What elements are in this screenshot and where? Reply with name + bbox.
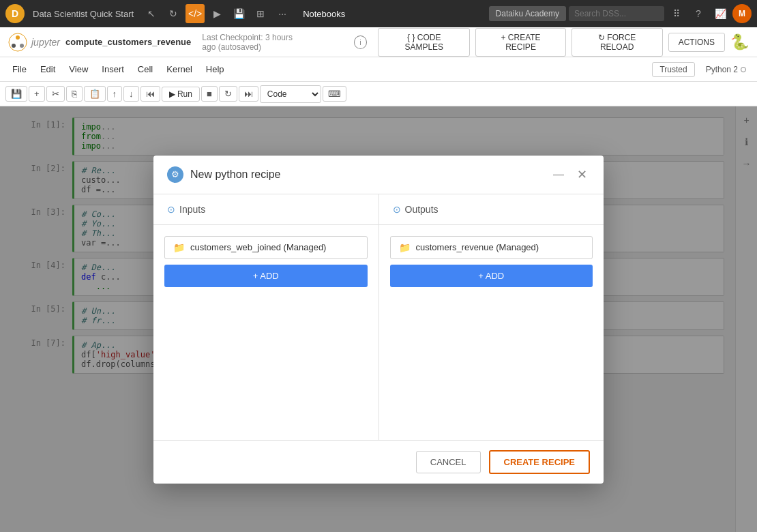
apps-icon[interactable]: ⠿ — [667, 4, 686, 23]
new-recipe-modal: ⚙ New python recipe — ✕ ⊙ Inputs 📁 custo… — [153, 156, 604, 484]
inputs-arrow-icon: ⊙ — [167, 204, 175, 215]
jupyter-svg — [8, 33, 27, 52]
output-dataset-item[interactable]: 📁 customers_revenue (Managed) — [390, 236, 593, 259]
user-avatar[interactable]: M — [732, 4, 752, 23]
app-logo: D — [5, 4, 25, 23]
second-toolbar: jupyter compute_customers_revenue Last C… — [0, 27, 757, 57]
cut-btn[interactable]: ✂ — [46, 86, 65, 102]
python-logo: 🐍 — [730, 33, 749, 51]
modal-footer: CANCEL CREATE RECIPE — [153, 440, 604, 484]
help-icon[interactable]: ? — [689, 4, 708, 23]
outputs-label: Outputs — [405, 204, 439, 215]
menu-kernel[interactable]: Kernel — [165, 61, 194, 77]
save-icon[interactable]: 💾 — [229, 4, 248, 23]
create-recipe-button[interactable]: + CREATE RECIPE — [475, 28, 565, 57]
menu-file[interactable]: File — [11, 61, 28, 77]
cell-type-select[interactable]: Code Markdown Raw — [260, 85, 321, 103]
trusted-button[interactable]: Trusted — [652, 62, 694, 77]
svg-point-1 — [16, 35, 20, 40]
move-down-btn[interactable]: ↓ — [123, 86, 139, 102]
active-tab: Notebooks — [295, 9, 353, 19]
kernel-info: Python 2 — [706, 65, 746, 74]
add-output-btn[interactable]: + ADD — [390, 265, 593, 287]
play-icon[interactable]: ▶ — [207, 4, 226, 23]
menu-cell[interactable]: Cell — [136, 61, 154, 77]
inputs-header: ⊙ Inputs — [153, 194, 378, 225]
activity-icon[interactable]: 📈 — [711, 4, 730, 23]
output-dataset-icon: 📁 — [399, 242, 411, 253]
notebook-actions: 💾 + ✂ ⎘ 📋 ↑ ↓ ⏮ ▶ Run ■ ↻ ⏭ Code Markdow… — [0, 82, 757, 106]
inputs-label: Inputs — [179, 204, 205, 215]
menu-edit[interactable]: Edit — [39, 61, 57, 77]
inputs-col: ⊙ Inputs 📁 customers_web_joined (Managed… — [153, 194, 379, 440]
outputs-arrow-icon: ⊙ — [393, 204, 401, 215]
modal-header: ⚙ New python recipe — ✕ — [153, 156, 604, 194]
outputs-col: ⊙ Outputs 📁 customers_revenue (Managed) … — [379, 194, 604, 440]
refresh-icon[interactable]: ↻ — [164, 4, 183, 23]
menu-insert[interactable]: Insert — [100, 61, 125, 77]
more-icon[interactable]: ··· — [273, 4, 292, 23]
outputs-content: 📁 customers_revenue (Managed) + ADD — [379, 225, 604, 298]
paste-btn[interactable]: 📋 — [84, 86, 106, 102]
notebook-name: compute_customers_revenue — [65, 37, 191, 47]
modal-recipe-icon: ⚙ — [167, 166, 183, 183]
input-dataset-item[interactable]: 📁 customers_web_joined (Managed) — [164, 236, 368, 259]
checkpoint-info: Last Checkpoint: 3 hours ago (autosaved) — [202, 33, 348, 52]
pointer-icon[interactable]: ↖ — [142, 4, 161, 23]
info-icon[interactable]: i — [354, 35, 367, 49]
actions-button[interactable]: ACTIONS — [668, 33, 725, 52]
force-reload-button[interactable]: ↻ FORCE RELOAD — [572, 28, 663, 57]
grid-icon[interactable]: ⊞ — [251, 4, 270, 23]
add-cell-btn[interactable]: + — [29, 86, 45, 102]
jupyter-logo: jupyter — [8, 33, 60, 52]
run-btn[interactable]: ▶ Run — [162, 87, 200, 102]
restart-btn[interactable]: ↻ — [219, 86, 237, 102]
stop-btn[interactable]: ■ — [201, 86, 218, 102]
create-recipe-modal-btn[interactable]: CREATE RECIPE — [489, 450, 591, 474]
modal-close-btn[interactable]: ✕ — [574, 166, 590, 183]
skip-back-btn[interactable]: ⏮ — [140, 86, 160, 102]
search-input[interactable] — [569, 6, 664, 21]
jupyter-text: jupyter — [31, 37, 60, 48]
modal-body: ⊙ Inputs 📁 customers_web_joined (Managed… — [153, 194, 604, 440]
top-toolbar: D Data Scientist Quick Start ↖ ↻ </> ▶ 💾… — [0, 0, 757, 27]
input-dataset-icon: 📁 — [173, 242, 185, 253]
notebook-menu: File Edit View Insert Cell Kernel Help T… — [0, 57, 757, 82]
copy-btn[interactable]: ⎘ — [66, 86, 83, 102]
keyboard-btn[interactable]: ⌨ — [323, 86, 346, 102]
code-icon[interactable]: </> — [185, 4, 205, 23]
svg-point-2 — [12, 44, 16, 48]
dataiku-academy-btn[interactable]: Dataiku Academy — [489, 6, 566, 21]
move-up-btn[interactable]: ↑ — [107, 86, 123, 102]
input-dataset-name: customers_web_joined (Managed) — [190, 242, 326, 252]
kernel-status-dot — [741, 67, 746, 72]
outputs-header: ⊙ Outputs — [379, 194, 604, 225]
notebook-area: In [1]: impo... from... impo... In [2]: … — [0, 106, 757, 532]
menu-view[interactable]: View — [68, 61, 89, 77]
modal-overlay: ⚙ New python recipe — ✕ ⊙ Inputs 📁 custo… — [0, 106, 757, 532]
modal-title: New python recipe — [190, 168, 544, 181]
cancel-button[interactable]: CANCEL — [416, 451, 481, 473]
inputs-content: 📁 customers_web_joined (Managed) + ADD — [153, 225, 378, 298]
save-btn[interactable]: 💾 — [5, 86, 27, 102]
svg-point-3 — [20, 44, 24, 48]
output-dataset-name: customers_revenue (Managed) — [416, 242, 539, 252]
menu-help[interactable]: Help — [205, 61, 226, 77]
modal-minimize-btn[interactable]: — — [550, 166, 567, 183]
add-input-btn[interactable]: + ADD — [164, 265, 368, 287]
run-all-btn[interactable]: ⏭ — [239, 86, 258, 102]
project-name: Data Scientist Quick Start — [33, 9, 134, 19]
code-samples-button[interactable]: { } CODE SAMPLES — [378, 28, 470, 57]
